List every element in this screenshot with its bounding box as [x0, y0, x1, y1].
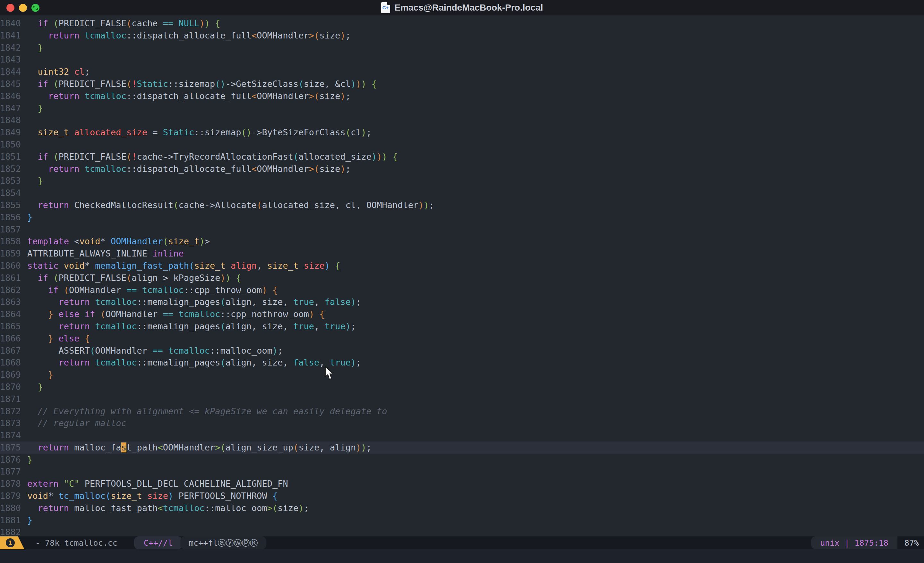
line-number: 1879 — [0, 490, 23, 502]
code-text: // regular malloc — [23, 418, 126, 428]
title-bar: C+ Emacs@RaindeMacBook-Pro.local — [0, 0, 924, 15]
code-line[interactable]: 1876} — [0, 454, 924, 466]
code-line[interactable]: 1878extern "C" PERFTOOLS_DLL_DECL CACHEL… — [0, 478, 924, 490]
code-line[interactable]: 1879void* tc_malloc(size_t size) PERFTOO… — [0, 490, 924, 502]
code-text: return tcmalloc::memalign_pages(align, s… — [23, 358, 361, 367]
code-text: ATTRIBUTE_ALWAYS_INLINE inline — [23, 249, 184, 258]
buffer-info[interactable]: - 78k tcmalloc.cc — [35, 538, 117, 548]
code-line[interactable]: 1862 if (OOMHandler == tcmalloc::cpp_thr… — [0, 284, 924, 296]
modeline-separator: | — [839, 538, 854, 548]
line-number: 1862 — [0, 284, 23, 296]
line-number: 1844 — [0, 66, 23, 78]
code-text: if (PREDICT_FALSE(!Static::sizemap()->Ge… — [23, 79, 376, 89]
code-line[interactable]: 1882 — [0, 526, 924, 536]
major-mode-label: C++//l — [144, 538, 172, 548]
code-line[interactable]: 1870 } — [0, 381, 924, 393]
code-text: } else { — [23, 334, 90, 343]
code-line[interactable]: 1881} — [0, 514, 924, 526]
code-line[interactable]: 1866 } else { — [0, 332, 924, 345]
line-number: 1876 — [0, 454, 23, 466]
code-line[interactable]: 1858template <void* OOMHandler(size_t)> — [0, 235, 924, 247]
code-text: ASSERT(OOMHandler == tcmalloc::malloc_oo… — [23, 346, 283, 356]
code-line[interactable]: 1865 return tcmalloc::memalign_pages(ali… — [0, 320, 924, 332]
code-line[interactable]: 1853 } — [0, 175, 924, 187]
echo-area[interactable] — [0, 549, 924, 563]
cursor-position[interactable]: 1875:18 — [854, 538, 888, 548]
code-line-current[interactable]: 1875 return malloc_fast_path<OOMHandler>… — [0, 442, 924, 454]
code-line[interactable]: 1864 } else if (OOMHandler == tcmalloc::… — [0, 308, 924, 320]
code-text: } — [23, 103, 43, 113]
code-line[interactable]: 1842 } — [0, 42, 924, 54]
line-number: 1851 — [0, 151, 23, 163]
window-title-group: C+ Emacs@RaindeMacBook-Pro.local — [381, 2, 543, 13]
workspace-badge[interactable]: 1 — [0, 536, 24, 549]
code-text: } — [23, 43, 43, 52]
code-line[interactable]: 1860static void* memalign_fast_path(size… — [0, 260, 924, 272]
major-mode-chip[interactable]: C++//l — [134, 536, 182, 549]
line-number: 1860 — [0, 260, 23, 272]
code-line[interactable]: 1846 return tcmalloc::dispatch_allocate_… — [0, 90, 924, 102]
line-number: 1861 — [0, 272, 23, 284]
code-text: extern "C" PERFTOOLS_DLL_DECL CACHELINE_… — [23, 479, 288, 489]
code-text: if (OOMHandler == tcmalloc::cpp_throw_oo… — [23, 285, 278, 295]
code-text: } — [23, 212, 32, 222]
code-line[interactable]: 1859ATTRIBUTE_ALWAYS_INLINE inline — [0, 247, 924, 260]
code-line[interactable]: 1874 — [0, 429, 924, 442]
code-line[interactable]: 1844 uint32 cl; — [0, 66, 924, 78]
code-line[interactable]: 1869 } — [0, 369, 924, 381]
code-text: uint32 cl; — [23, 67, 90, 76]
code-line[interactable]: 1871 — [0, 393, 924, 405]
fullscreen-button[interactable] — [32, 4, 39, 12]
line-number: 1877 — [0, 466, 23, 478]
code-line[interactable]: 1848 — [0, 114, 924, 126]
eol-type[interactable]: unix — [820, 538, 839, 548]
line-number: 1881 — [0, 514, 23, 526]
line-number: 1873 — [0, 417, 23, 429]
code-line[interactable]: 1877 — [0, 466, 924, 478]
code-line[interactable]: 1843 — [0, 54, 924, 66]
code-line[interactable]: 1863 return tcmalloc::memalign_pages(ali… — [0, 296, 924, 308]
code-text: return tcmalloc::dispatch_allocate_full<… — [23, 164, 351, 174]
code-text: template <void* OOMHandler(size_t)> — [23, 236, 210, 246]
minimize-button[interactable] — [19, 4, 27, 12]
line-number: 1847 — [0, 102, 23, 114]
close-button[interactable] — [6, 4, 14, 12]
code-line[interactable]: 1857 — [0, 223, 924, 236]
code-line[interactable]: 1840 if (PREDICT_FALSE(cache == NULL)) { — [0, 17, 924, 30]
line-number: 1870 — [0, 381, 23, 393]
code-line[interactable]: 1841 return tcmalloc::dispatch_allocate_… — [0, 30, 924, 42]
code-line[interactable]: 1847 } — [0, 102, 924, 114]
line-number: 1845 — [0, 78, 23, 90]
code-text: return malloc_fast_path<tcmalloc::malloc… — [23, 503, 309, 513]
code-text: if (PREDICT_FALSE(cache == NULL)) { — [23, 18, 220, 28]
code-line[interactable]: 1880 return malloc_fast_path<tcmalloc::m… — [0, 502, 924, 514]
code-line[interactable]: 1873 // regular malloc — [0, 417, 924, 429]
line-number: 1849 — [0, 126, 23, 139]
code-line[interactable]: 1856} — [0, 211, 924, 223]
code-line[interactable]: 1861 if (PREDICT_FALSE(align > kPageSize… — [0, 272, 924, 284]
code-text: } else if (OOMHandler == tcmalloc::cpp_n… — [23, 309, 325, 319]
line-number: 1840 — [0, 17, 23, 30]
code-text: void* tc_malloc(size_t size) PERFTOOLS_N… — [23, 491, 278, 501]
code-line[interactable]: 1850 — [0, 139, 924, 151]
minor-modes-chip[interactable]: mc++flⓐⓨⓌⓟⓀ — [180, 536, 266, 549]
code-line[interactable]: 1855 return CheckedMallocResult(cache->A… — [0, 199, 924, 211]
code-text — [23, 527, 27, 536]
code-line[interactable]: 1845 if (PREDICT_FALSE(!Static::sizemap(… — [0, 78, 924, 90]
code-line[interactable]: 1868 return tcmalloc::memalign_pages(ali… — [0, 356, 924, 369]
code-area[interactable]: 1840 if (PREDICT_FALSE(cache == NULL)) {… — [0, 15, 924, 536]
line-number: 1850 — [0, 139, 23, 151]
code-line[interactable]: 1867 ASSERT(OOMHandler == tcmalloc::mall… — [0, 345, 924, 357]
code-text: size_t allocated_size = Static::sizemap(… — [23, 127, 372, 137]
position-chip: unix | 1875:18 — [811, 536, 897, 549]
code-line[interactable]: 1852 return tcmalloc::dispatch_allocate_… — [0, 163, 924, 175]
line-number: 1846 — [0, 90, 23, 102]
code-line[interactable]: 1872 // Everything with alignment <= kPa… — [0, 405, 924, 418]
line-number: 1868 — [0, 356, 23, 369]
code-line[interactable]: 1851 if (PREDICT_FALSE(!cache->TryRecord… — [0, 151, 924, 163]
document-icon[interactable]: C+ — [381, 2, 390, 13]
code-text: } — [23, 455, 32, 464]
code-line[interactable]: 1854 — [0, 187, 924, 199]
code-line[interactable]: 1849 size_t allocated_size = Static::siz… — [0, 126, 924, 139]
mode-line: 1 - 78k tcmalloc.cc C++//l mc++flⓐⓨⓌⓟⓀ u… — [0, 536, 924, 549]
